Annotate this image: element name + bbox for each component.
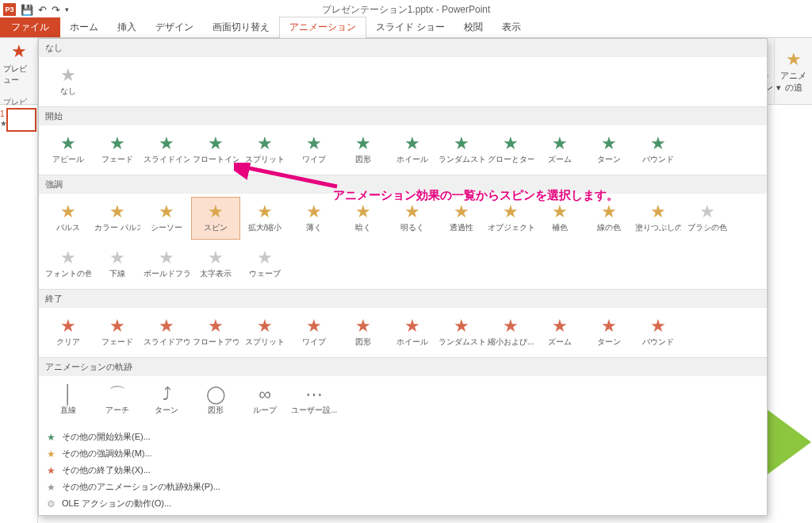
anim-label: 暗く	[340, 222, 386, 233]
anim-スライドイン[interactable]: ★スライドイン	[142, 129, 191, 171]
anim-薄く[interactable]: ★薄く	[289, 197, 339, 240]
more-その他の強調効果(M)...[interactable]: ★その他の強調効果(M)...	[39, 445, 767, 462]
star-icon: ★	[404, 317, 420, 335]
anim-スプリット[interactable]: ★スプリット	[240, 311, 289, 354]
anim-明るく[interactable]: ★明るく	[388, 197, 437, 240]
anim-バウンド[interactable]: ★バウンド	[634, 311, 683, 354]
anim-塗りつぶしの色[interactable]: ★塗りつぶしの色	[634, 197, 683, 240]
tab-slideshow[interactable]: スライド ショー	[366, 17, 454, 37]
star-icon: ★	[355, 135, 371, 152]
anim-ターン[interactable]: ★ターン	[584, 129, 634, 171]
app-icon: P3	[3, 3, 16, 16]
anim-ランダムスト...[interactable]: ★ランダムスト...	[437, 129, 486, 171]
tab-view[interactable]: 表示	[492, 17, 530, 37]
anim-オブジェクト ...[interactable]: ★オブジェクト ...	[486, 197, 535, 240]
anim-暗く[interactable]: ★暗く	[339, 197, 388, 240]
anim-図形[interactable]: ◯図形	[191, 379, 240, 422]
anim-ターン[interactable]: ★ターン	[584, 311, 634, 354]
star-icon: ★	[404, 135, 420, 152]
tab-review[interactable]: 校閲	[454, 17, 492, 37]
anim-図形[interactable]: ★図形	[339, 129, 388, 171]
star-icon: ★	[699, 203, 715, 221]
anim-直線[interactable]: │直線	[44, 379, 93, 422]
anim-バウンド[interactable]: ★バウンド	[634, 129, 683, 171]
section-entrance: 開始	[39, 106, 767, 125]
anim-ウェーブ[interactable]: ★ウェーブ	[240, 243, 289, 286]
anim-ズーム[interactable]: ★ズーム	[535, 311, 584, 354]
more-その他の開始効果(E)...[interactable]: ★その他の開始効果(E)...	[39, 429, 767, 445]
star-icon: ★	[109, 135, 125, 152]
star-icon: ★	[552, 203, 568, 221]
anim-label: バウンド	[635, 154, 681, 165]
anim-アピール[interactable]: ★アピール	[44, 129, 93, 171]
tab-transitions[interactable]: 画面切り替え	[203, 17, 279, 37]
anim-ボールドフラ...[interactable]: ★ボールドフラ...	[142, 243, 191, 286]
anim-フォントの色[interactable]: ★フォントの色	[44, 243, 93, 286]
anim-フロートアウト[interactable]: ★フロートアウト	[191, 311, 240, 354]
anim-フェード[interactable]: ★フェード	[93, 311, 142, 354]
star-icon: ★	[454, 317, 469, 335]
anim-label: ターン	[586, 336, 632, 348]
ribbon-tabs: ファイル ホーム 挿入 デザイン 画面切り替え アニメーション スライド ショー…	[0, 19, 812, 38]
anim-ランダムスト...[interactable]: ★ランダムスト...	[437, 311, 486, 354]
anim-フェード[interactable]: ★フェード	[93, 129, 142, 171]
star-icon: ★	[650, 203, 666, 221]
tab-design[interactable]: デザイン	[146, 17, 203, 37]
star-icon: ★	[552, 135, 568, 152]
anim-ズーム[interactable]: ★ズーム	[535, 129, 584, 171]
anim-クリア[interactable]: ★クリア	[44, 311, 93, 354]
anim-label: アピール	[45, 154, 91, 165]
anim-パルス[interactable]: ★パルス	[44, 197, 93, 240]
anim-グローとターン[interactable]: ★グローとターン	[486, 129, 535, 171]
more-その他のアニメーションの軌跡効果(P)...[interactable]: ★その他のアニメーションの軌跡効果(P)...	[39, 479, 767, 495]
anim-label: 透過性	[439, 222, 485, 233]
more-OLE アクションの動作(O)...[interactable]: ⚙OLE アクションの動作(O)...	[39, 495, 767, 512]
star-icon: ★	[47, 448, 56, 460]
anim-label: 線の色	[586, 222, 632, 233]
anim-ブラシの色[interactable]: ★ブラシの色	[683, 197, 732, 240]
anim-なし[interactable]: ★なし	[44, 60, 93, 103]
anim-label: カラー パルス	[94, 222, 140, 233]
tab-home[interactable]: ホーム	[60, 17, 108, 37]
star-icon: ★	[208, 249, 224, 267]
undo-icon[interactable]: ↶	[38, 4, 47, 16]
anim-アーチ[interactable]: ⌒アーチ	[93, 379, 142, 422]
anim-補色[interactable]: ★補色	[535, 197, 584, 240]
anim-ユーザー設...[interactable]: ⋯ユーザー設...	[289, 379, 339, 422]
anim-線の色[interactable]: ★線の色	[584, 197, 634, 240]
anim-シーソー[interactable]: ★シーソー	[142, 197, 191, 240]
anim-透過性[interactable]: ★透過性	[437, 197, 486, 240]
add-animation-label: アニメ の追	[780, 70, 806, 94]
anim-ホイール[interactable]: ★ホイール	[388, 311, 437, 354]
star-icon: ★	[60, 249, 76, 267]
anim-スピン[interactable]: ★スピン	[191, 197, 240, 240]
save-icon[interactable]: 💾	[21, 4, 33, 16]
anim-label: シーソー	[144, 222, 190, 233]
tab-file[interactable]: ファイル	[0, 17, 60, 37]
anim-フロートイン[interactable]: ★フロートイン	[191, 129, 240, 171]
tab-animations[interactable]: アニメーション	[279, 17, 366, 38]
anim-ホイール[interactable]: ★ホイール	[388, 129, 437, 171]
anim-スライドアウト[interactable]: ★スライドアウト	[142, 311, 191, 354]
more-label: その他の終了効果(X)...	[62, 464, 151, 476]
anim-下線[interactable]: ★下線	[93, 243, 142, 286]
anim-太字表示[interactable]: ★太字表示	[191, 243, 240, 286]
redo-icon[interactable]: ↷	[52, 4, 60, 16]
star-icon: ★	[47, 465, 56, 476]
slide-thumbnail-1[interactable]: 1 ★	[6, 108, 36, 132]
tab-insert[interactable]: 挿入	[108, 17, 146, 37]
star-icon: ★	[109, 317, 125, 335]
anim-カラー パルス[interactable]: ★カラー パルス	[93, 197, 142, 240]
anim-拡大/縮小[interactable]: ★拡大/縮小	[240, 197, 289, 240]
qat-dropdown-icon[interactable]: ▾	[65, 6, 69, 13]
add-animation-button[interactable]: ★ アニメ の追	[774, 38, 812, 105]
star-icon: ★	[47, 432, 56, 443]
more-その他の終了効果(X)...[interactable]: ★その他の終了効果(X)...	[39, 462, 767, 479]
anim-縮小および...[interactable]: ★縮小および...	[486, 311, 535, 354]
anim-ループ[interactable]: ∞ループ	[240, 379, 289, 422]
anim-図形[interactable]: ★図形	[339, 311, 388, 354]
anim-ワイプ[interactable]: ★ワイプ	[289, 311, 339, 354]
preview-group[interactable]: ★ プレビュー プレビュー	[0, 38, 38, 104]
anim-ターン[interactable]: ⤴ターン	[142, 379, 191, 422]
animation-gallery: なし ★なし 開始 ★アピール★フェード★スライドイン★フロートイン★スプリット…	[38, 38, 768, 516]
